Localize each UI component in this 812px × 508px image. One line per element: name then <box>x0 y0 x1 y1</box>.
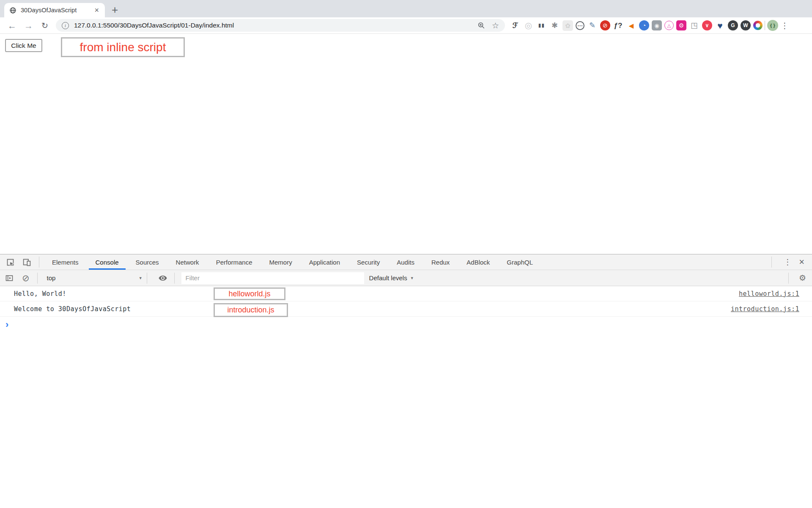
tab-close-icon[interactable]: × <box>93 6 100 14</box>
devtools-separator <box>174 273 175 284</box>
console-message: Welcome to 30DaysOfJavaScript <box>14 305 131 313</box>
tab-adblock[interactable]: AdBlock <box>458 254 498 270</box>
bug-icon[interactable]: ✱ <box>549 20 560 31</box>
browser-tab[interactable]: 30DaysOfJavaScript × <box>4 3 105 17</box>
source-link[interactable]: introduction.js:1 <box>731 305 799 313</box>
console-log-area: Hello, World! helloworld.js helloworld.j… <box>0 286 812 333</box>
console-row: Hello, World! helloworld.js helloworld.j… <box>0 286 812 301</box>
profile-avatar[interactable]: { } <box>767 20 778 31</box>
heart-search-icon[interactable]: ♥ <box>715 20 725 31</box>
tab-strip: 30DaysOfJavaScript × + <box>0 0 812 17</box>
g-browser-icon[interactable]: G <box>728 20 738 30</box>
atom-icon[interactable]: ◎ <box>523 20 534 31</box>
chevron-down-icon: ▼ <box>139 276 143 280</box>
console-message: Hello, World! <box>14 290 66 298</box>
console-settings-gear-icon[interactable]: ⚙ <box>799 274 806 282</box>
back-icon[interactable]: ← <box>8 21 16 30</box>
duckduckgo-icon[interactable]: ◔ <box>639 20 649 30</box>
log-levels-dropdown[interactable]: Default levels ▼ <box>369 274 414 282</box>
devtools-menu-icon[interactable]: ⋮ <box>784 258 791 266</box>
tab-title: 30DaysOfJavaScript <box>21 7 93 14</box>
wave-icon[interactable]: W <box>741 20 751 30</box>
click-me-button[interactable]: Click Me <box>5 39 42 52</box>
bookmark-star-icon[interactable]: ☆ <box>492 22 499 30</box>
tab-redux[interactable]: Redux <box>423 254 458 270</box>
tab-audits[interactable]: Audits <box>388 254 423 270</box>
toolbar-separator <box>765 21 765 30</box>
camera-icon[interactable]: ◉ <box>652 20 662 30</box>
tab-elements[interactable]: Elements <box>44 254 87 270</box>
pocket-icon[interactable]: ∨ <box>702 20 712 30</box>
tab-graphql[interactable]: GraphQL <box>498 254 541 270</box>
tab-application[interactable]: Application <box>301 254 348 270</box>
tab-performance[interactable]: Performance <box>208 254 261 270</box>
pause-bars-icon[interactable]: ▮▮ <box>536 20 547 31</box>
site-info-icon[interactable]: i <box>62 22 69 29</box>
globe-favicon-icon <box>9 7 16 14</box>
console-toolbar: ⊘ top ▼ Default levels ▼ ⚙ <box>0 270 812 286</box>
browser-toolbar: ← → ↻ i 127.0.0.1:5500/30DaysOfJavaScrip… <box>0 17 812 34</box>
browser-menu-icon[interactable]: ⋮ <box>781 22 789 30</box>
megaphone-icon[interactable]: ◀ <box>626 20 636 31</box>
address-bar[interactable]: i 127.0.0.1:5500/30DaysOfJavaScript/01-D… <box>56 19 505 32</box>
inspect-element-icon[interactable] <box>6 258 15 267</box>
tab-security[interactable]: Security <box>348 254 388 270</box>
live-expression-eye-icon[interactable] <box>158 273 167 283</box>
console-prompt-chevron-icon: › <box>5 320 8 329</box>
annotation-badge: helloworld.js <box>214 287 285 300</box>
braces-circle-icon[interactable]: ⋯ <box>576 21 584 30</box>
devtools-tab-bar: Elements Console Sources Network Perform… <box>0 254 812 270</box>
source-link[interactable]: helloworld.js:1 <box>739 290 799 298</box>
devtools-separator <box>39 257 39 268</box>
extensions-row: ℱ◎▮▮✱✿⋯✎⊘ƒ?◀◔◉△⚙◳∨♥GW <box>510 20 763 31</box>
corner-arrows-icon[interactable]: ◳ <box>689 20 700 31</box>
devtools-separator <box>37 273 38 284</box>
console-prompt-row[interactable]: › <box>0 317 812 333</box>
eyedropper-icon[interactable]: ✎ <box>587 20 598 31</box>
math-f-icon[interactable]: ƒ? <box>613 20 623 31</box>
tab-network[interactable]: Network <box>167 254 208 270</box>
devtools-separator <box>147 273 147 284</box>
filter-input[interactable] <box>181 272 364 284</box>
blocker-stop-icon[interactable]: ⊘ <box>600 20 610 30</box>
log-levels-label: Default levels <box>369 274 407 282</box>
annotation-badge: introduction.js <box>214 303 288 317</box>
console-toolbar-right: ⚙ <box>788 273 812 284</box>
device-toolbar-icon[interactable] <box>22 258 31 267</box>
fontninja-icon[interactable]: ℱ <box>510 20 521 31</box>
chevron-down-icon: ▼ <box>410 276 414 280</box>
devtools-separator <box>788 273 789 284</box>
console-row: Welcome to 30DaysOfJavaScript introducti… <box>0 301 812 317</box>
inline-script-box: from inline script <box>61 37 185 57</box>
zoom-magnifier-icon[interactable] <box>477 22 485 29</box>
pink-settings-icon[interactable]: ⚙ <box>676 20 686 30</box>
url-text[interactable]: 127.0.0.1:5500/30DaysOfJavaScript/01-Day… <box>74 22 234 29</box>
clear-console-icon[interactable]: ⊘ <box>22 273 30 282</box>
tab-console[interactable]: Console <box>87 254 127 270</box>
context-selector[interactable]: top ▼ <box>42 274 147 282</box>
flower-icon[interactable]: ✿ <box>562 20 573 31</box>
devtools-panel: Elements Console Sources Network Perform… <box>0 254 812 508</box>
inline-script-text: from inline script <box>80 41 166 54</box>
devtools-tabbar-right: ⋮ × <box>771 257 812 268</box>
show-sidebar-icon[interactable] <box>5 274 14 282</box>
rainbow-circle-icon[interactable] <box>753 21 763 30</box>
forward-icon[interactable]: → <box>24 21 33 30</box>
devtools-separator <box>771 257 772 268</box>
devtools-close-icon[interactable]: × <box>799 257 804 267</box>
reload-icon[interactable]: ↻ <box>41 22 48 30</box>
context-selector-value: top <box>47 274 56 282</box>
new-tab-button[interactable]: + <box>112 4 118 15</box>
tab-sources[interactable]: Sources <box>127 254 167 270</box>
graphql-icon[interactable]: △ <box>664 21 674 30</box>
tab-memory[interactable]: Memory <box>261 254 301 270</box>
